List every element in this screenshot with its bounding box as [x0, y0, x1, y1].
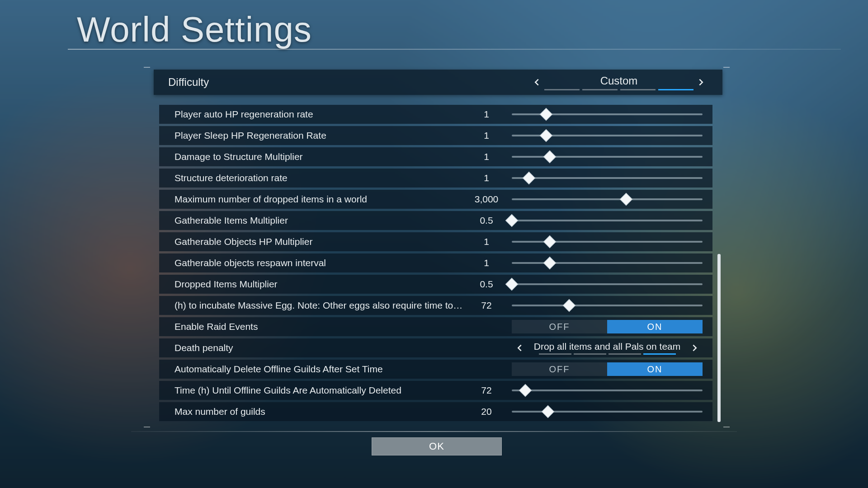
difficulty-row: Difficulty Custom — [154, 70, 722, 95]
toggle-off[interactable]: OFF — [512, 362, 607, 376]
corner-notch — [723, 67, 730, 68]
setting-row-structure-deterioration: Structure deterioration rate1 — [159, 169, 712, 188]
slider-thumb[interactable] — [562, 299, 575, 312]
setting-label: Death penalty — [175, 343, 464, 353]
slider-thumb[interactable] — [523, 172, 535, 184]
toggle-on[interactable]: ON — [607, 362, 703, 376]
slider-thumb[interactable] — [540, 108, 552, 121]
setting-value: 1 — [464, 258, 509, 268]
setting-row-dropped-items-mult: Dropped Items Multiplier0.5 — [159, 275, 712, 294]
difficulty-value: Custom — [544, 75, 693, 87]
ok-button[interactable]: OK — [372, 437, 502, 455]
slider[interactable] — [512, 190, 703, 209]
setting-label: Gatherable Items Multiplier — [175, 215, 464, 226]
setting-row-incubate-massive-egg: (h) to incubate Massive Egg. Note: Other… — [159, 296, 712, 315]
setting-row-gatherable-respawn: Gatherable objects respawn interval1 — [159, 253, 712, 272]
slider-thumb[interactable] — [543, 235, 556, 248]
scrollbar-thumb[interactable] — [717, 254, 721, 422]
toggle[interactable]: OFFON — [512, 362, 703, 376]
setting-label: Gatherable objects respawn interval — [175, 258, 464, 268]
setting-row-auto-delete-offline: Automatically Delete Offline Guilds Afte… — [159, 360, 712, 379]
setting-value: 1 — [464, 151, 509, 162]
setting-value: 1 — [464, 173, 509, 183]
setting-label: Maximum number of dropped items in a wor… — [175, 194, 464, 205]
slider-thumb[interactable] — [543, 257, 556, 269]
setting-row-max-dropped-items: Maximum number of dropped items in a wor… — [159, 190, 712, 209]
toggle[interactable]: OFFON — [512, 320, 703, 333]
chevron-right-icon[interactable] — [687, 340, 703, 356]
corner-notch — [144, 67, 150, 68]
setting-value: 1 — [464, 109, 509, 120]
difficulty-label: Difficulty — [168, 76, 209, 89]
slider[interactable] — [512, 275, 703, 294]
setting-value: 72 — [464, 300, 509, 311]
setting-row-max-guilds: Max number of guilds20 — [159, 402, 712, 421]
slider[interactable] — [512, 253, 703, 272]
setting-row-player-sleep-hp-regen: Player Sleep HP Regeneration Rate1 — [159, 126, 712, 145]
slider[interactable] — [512, 402, 703, 421]
setting-value: 3,000 — [464, 194, 509, 205]
slider[interactable] — [512, 381, 703, 400]
setting-label: Player auto HP regeneration rate — [175, 109, 464, 120]
setting-value: 72 — [464, 385, 509, 396]
setting-label: Gatherable Objects HP Multiplier — [175, 236, 464, 247]
chevron-left-icon[interactable] — [529, 75, 544, 90]
setting-label: Automatically Delete Offline Guilds Afte… — [175, 364, 464, 375]
slider[interactable] — [512, 232, 703, 251]
select-value: Drop all items and all Pals on team — [527, 341, 687, 352]
toggle-off[interactable]: OFF — [512, 320, 607, 333]
corner-notch — [144, 427, 150, 427]
setting-label: Damage to Structure Multiplier — [175, 151, 464, 162]
setting-label: Structure deterioration rate — [175, 173, 464, 183]
setting-row-damage-to-structure: Damage to Structure Multiplier1 — [159, 147, 712, 166]
setting-label: Time (h) Until Offline Guilds Are Automa… — [175, 385, 464, 396]
setting-value: 0.5 — [464, 215, 509, 226]
inline-selector[interactable]: Drop all items and all Pals on team — [512, 340, 703, 356]
setting-label: Dropped Items Multiplier — [175, 279, 464, 290]
setting-value: 20 — [464, 406, 509, 417]
slider[interactable] — [512, 126, 703, 145]
slider[interactable] — [512, 296, 703, 315]
slider[interactable] — [512, 147, 703, 166]
setting-row-enable-raid-events: Enable Raid EventsOFFON — [159, 317, 712, 336]
setting-row-offline-guild-delete-h: Time (h) Until Offline Guilds Are Automa… — [159, 381, 712, 400]
setting-value: 1 — [464, 130, 509, 141]
toggle-on[interactable]: ON — [607, 320, 703, 333]
corner-notch — [723, 427, 730, 427]
setting-row-death-penalty: Death penaltyDrop all items and all Pals… — [159, 338, 712, 357]
slider[interactable] — [512, 211, 703, 230]
page-title: World Settings — [77, 9, 312, 50]
setting-row-gatherable-items-mult: Gatherable Items Multiplier0.5 — [159, 211, 712, 230]
bottom-rule — [131, 431, 737, 432]
chevron-left-icon[interactable] — [512, 340, 527, 356]
difficulty-selector[interactable]: Custom — [529, 70, 709, 95]
setting-row-gatherable-hp-mult: Gatherable Objects HP Multiplier1 — [159, 232, 712, 251]
difficulty-ticks — [544, 89, 693, 90]
slider-thumb[interactable] — [620, 193, 632, 206]
setting-label: Player Sleep HP Regeneration Rate — [175, 130, 464, 141]
settings-list: Player auto HP regeneration rate1Player … — [159, 105, 712, 421]
setting-row-player-auto-hp-regen: Player auto HP regeneration rate1 — [159, 105, 712, 124]
setting-label: Max number of guilds — [175, 406, 464, 417]
setting-value: 1 — [464, 236, 509, 247]
setting-label: (h) to incubate Massive Egg. Note: Other… — [175, 300, 464, 311]
slider-thumb[interactable] — [542, 405, 554, 418]
slider-thumb[interactable] — [519, 384, 531, 397]
chevron-right-icon[interactable] — [693, 75, 709, 90]
setting-value: 0.5 — [464, 279, 509, 290]
slider[interactable] — [512, 105, 703, 124]
title-rule — [68, 49, 841, 50]
setting-label: Enable Raid Events — [175, 321, 464, 332]
slider[interactable] — [512, 169, 703, 188]
slider-thumb[interactable] — [543, 150, 556, 163]
slider-thumb[interactable] — [540, 129, 552, 142]
